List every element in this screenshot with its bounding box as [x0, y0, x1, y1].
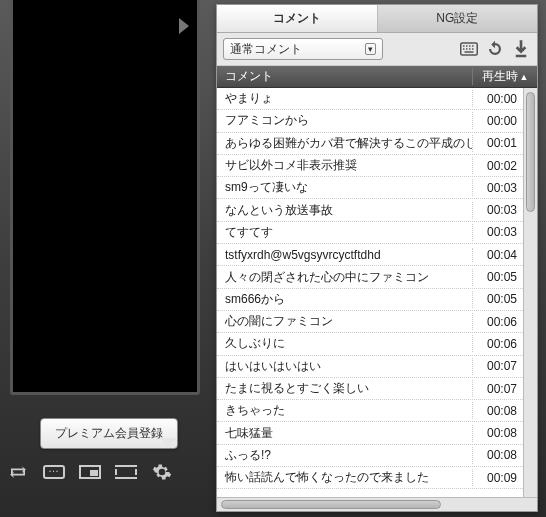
column-header-time[interactable]: 再生時▲: [473, 68, 537, 85]
comment-cell: たまに視るとすごく楽しい: [217, 380, 473, 397]
time-cell: 00:09: [473, 471, 523, 485]
settings-gear-icon[interactable]: [150, 462, 174, 482]
comment-type-selected: 通常コメント: [230, 41, 302, 58]
table-row[interactable]: sm9って凄いな00:03: [217, 177, 523, 199]
table-row[interactable]: てすてす00:03: [217, 222, 523, 244]
table-row[interactable]: たまに視るとすごく楽しい00:07: [217, 378, 523, 400]
svg-rect-3: [469, 45, 471, 47]
svg-rect-2: [466, 45, 468, 47]
time-cell: 00:03: [473, 225, 523, 239]
table-row[interactable]: なんという放送事故00:03: [217, 199, 523, 221]
comment-cell: 人々の閉ざされた心の中にファミコン: [217, 269, 473, 286]
table-row[interactable]: きちゃった00:08: [217, 400, 523, 422]
fullscreen-icon[interactable]: [114, 462, 138, 482]
vertical-scroll-thumb[interactable]: [526, 92, 535, 212]
repeat-icon[interactable]: [6, 462, 30, 482]
tab-comment-label: コメント: [273, 10, 321, 27]
comment-table-body: やまりょ00:00フアミコンから00:00あらゆる困難がカバ君で解決するこの平成…: [217, 88, 537, 497]
table-row[interactable]: あらゆる困難がカバ君で解決するこの平成のじ00:01: [217, 133, 523, 155]
premium-register-label: プレミアム会員登録: [55, 426, 163, 440]
comment-rows-container: やまりょ00:00フアミコンから00:00あらゆる困難がカバ君で解決するこの平成…: [217, 88, 523, 497]
time-cell: 00:08: [473, 448, 523, 462]
svg-rect-7: [469, 48, 471, 50]
chevron-down-icon: ▾: [365, 43, 376, 55]
horizontal-scroll-thumb[interactable]: [221, 500, 441, 509]
tab-comment[interactable]: コメント: [217, 5, 378, 32]
time-cell: 00:08: [473, 426, 523, 440]
comment-cell: sm9って凄いな: [217, 179, 473, 196]
horizontal-scrollbar[interactable]: [217, 497, 537, 511]
table-row[interactable]: 心の闇にファミコン00:06: [217, 311, 523, 333]
screen-mode-icon[interactable]: [78, 462, 102, 482]
time-cell: 00:03: [473, 181, 523, 195]
svg-rect-4: [472, 45, 474, 47]
table-row[interactable]: フアミコンから00:00: [217, 110, 523, 132]
comment-cell: てすてす: [217, 224, 473, 241]
comment-cell: あらゆる困難がカバ君で解決するこの平成のじ: [217, 135, 473, 152]
comment-cell: サビ以外コメ非表示推奨: [217, 157, 473, 174]
comment-type-select[interactable]: 通常コメント ▾: [223, 38, 383, 60]
sort-asc-icon: ▲: [520, 72, 529, 82]
time-cell: 00:00: [473, 114, 523, 128]
column-header-comment-label: コメント: [225, 69, 273, 83]
time-cell: 00:05: [473, 270, 523, 284]
filter-row: 通常コメント ▾: [217, 33, 537, 66]
tab-ng-settings[interactable]: NG設定: [378, 5, 538, 32]
time-cell: 00:06: [473, 337, 523, 351]
time-cell: 00:04: [473, 248, 523, 262]
table-row[interactable]: sm666から00:05: [217, 289, 523, 311]
comment-cell: きちゃった: [217, 402, 473, 419]
play-arrow-icon[interactable]: [179, 18, 189, 34]
time-cell: 00:07: [473, 359, 523, 373]
table-row[interactable]: 七味猛量00:08: [217, 422, 523, 444]
time-cell: 00:05: [473, 292, 523, 306]
table-row[interactable]: tstfyxrdh@w5vgsyvrcyctftdhd00:04: [217, 244, 523, 266]
comment-cell: なんという放送事故: [217, 202, 473, 219]
comment-cell: 心の闇にファミコン: [217, 313, 473, 330]
comment-cell: やまりょ: [217, 90, 473, 107]
player-toolbar: [0, 457, 200, 487]
premium-register-button[interactable]: プレミアム会員登録: [40, 418, 178, 449]
table-row[interactable]: はいはいはいはい00:07: [217, 356, 523, 378]
time-cell: 00:06: [473, 315, 523, 329]
time-cell: 00:07: [473, 382, 523, 396]
time-cell: 00:00: [473, 92, 523, 106]
svg-rect-1: [463, 45, 465, 47]
table-row[interactable]: 久しぶりに00:06: [217, 333, 523, 355]
refresh-icon[interactable]: [485, 39, 505, 59]
keyboard-icon[interactable]: [459, 39, 479, 59]
comment-cell: ふっる!?: [217, 447, 473, 464]
table-row[interactable]: 怖い話読んで怖くなったので来ました00:09: [217, 467, 523, 489]
table-row[interactable]: やまりょ00:00: [217, 88, 523, 110]
tab-ng-label: NG設定: [436, 10, 478, 27]
comment-cell: はいはいはいはい: [217, 358, 473, 375]
column-header-time-label: 再生時: [482, 68, 518, 85]
comment-cell: 怖い話読んで怖くなったので来ました: [217, 469, 473, 486]
tooltip-pointer-icon: [160, 438, 176, 448]
time-cell: 00:08: [473, 404, 523, 418]
table-row[interactable]: サビ以外コメ非表示推奨00:02: [217, 155, 523, 177]
column-header-comment[interactable]: コメント: [217, 68, 473, 85]
svg-rect-9: [465, 51, 474, 53]
time-cell: 00:01: [473, 136, 523, 150]
comment-table-header: コメント 再生時▲: [217, 66, 537, 88]
vertical-scrollbar[interactable]: [523, 88, 537, 497]
svg-rect-6: [466, 48, 468, 50]
svg-rect-5: [463, 48, 465, 50]
comment-cell: フアミコンから: [217, 112, 473, 129]
table-row[interactable]: ふっる!?00:08: [217, 445, 523, 467]
download-icon[interactable]: [511, 39, 531, 59]
svg-rect-8: [472, 48, 474, 50]
time-cell: 00:03: [473, 203, 523, 217]
comment-cell: sm666から: [217, 291, 473, 308]
panel-tabs: コメント NG設定: [217, 5, 537, 33]
comment-cell: 久しぶりに: [217, 335, 473, 352]
time-cell: 00:02: [473, 159, 523, 173]
comment-cell: 七味猛量: [217, 425, 473, 442]
table-row[interactable]: 人々の閉ざされた心の中にファミコン00:05: [217, 266, 523, 288]
comment-cell: tstfyxrdh@w5vgsyvrcyctftdhd: [217, 248, 473, 262]
comment-toggle-icon[interactable]: [42, 462, 66, 482]
video-player-area: プレミアム会員登録: [0, 0, 210, 517]
video-frame[interactable]: [10, 0, 200, 395]
comment-panel: コメント NG設定 通常コメント ▾ コメント 再生時▲ やまりょ00:00フア…: [216, 4, 538, 512]
